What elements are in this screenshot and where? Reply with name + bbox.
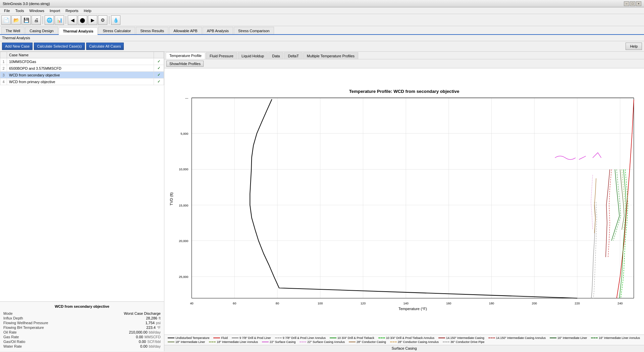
calculate-selected-button[interactable]: Calculate Selected Case(s) xyxy=(34,43,85,50)
legend-line-undisturbed xyxy=(168,338,174,338)
legend-line-14150 xyxy=(438,338,445,338)
close-button[interactable]: × xyxy=(636,1,641,6)
info-value-influx: 28,286 xyxy=(146,316,157,320)
tab-stress-calculator[interactable]: Stress Calculator xyxy=(98,27,135,34)
legend-line-fluid xyxy=(213,338,220,338)
menu-tools[interactable]: Tools xyxy=(13,8,27,13)
toolbar: 📄 📂 💾 🖨 🌐 📊 ◀ ⬤ ▶ ⚙ 💧 xyxy=(0,14,644,26)
table-row[interactable]: 4 WCD from primary objective ✓ xyxy=(0,78,164,85)
legend-label-36: 36" Conductor Drive Pipe xyxy=(450,340,484,344)
tab-multiple-profiles[interactable]: Multiple Temperature Profiles xyxy=(303,52,358,59)
toolbar-chart[interactable]: 📊 xyxy=(55,15,64,25)
menu-reports[interactable]: Reports xyxy=(63,8,81,13)
toolbar-save[interactable]: 💾 xyxy=(21,15,31,25)
check-4: ✓ xyxy=(154,78,164,85)
svg-text:140: 140 xyxy=(403,302,408,305)
menu-file[interactable]: File xyxy=(1,8,13,13)
info-unit-water: bbl/day xyxy=(149,344,161,348)
legend-label-16-ann: 16" Intermediate Liner Annulus xyxy=(599,336,640,340)
tab-deltat[interactable]: DeltaT xyxy=(284,52,302,59)
minimize-button[interactable]: – xyxy=(624,1,629,6)
toolbar-open[interactable]: 📂 xyxy=(11,15,21,25)
case-name-3: WCD from secondary objective xyxy=(7,72,154,78)
info-unit-oil: bbl/day xyxy=(149,330,161,334)
chart-plot-area: 40 60 80 100 120 140 160 180 200 220 240… xyxy=(169,97,634,311)
calculate-all-button[interactable]: Calculate All Cases xyxy=(86,43,124,50)
col-case-name: Case Name xyxy=(7,52,154,58)
legend-line-28 xyxy=(349,342,356,342)
menu-windows[interactable]: Windows xyxy=(26,8,47,13)
legend-label-22: 22" Surface Casing xyxy=(270,340,296,344)
tieback-line xyxy=(620,169,626,298)
maximize-button[interactable]: □ xyxy=(630,1,635,6)
svg-text:40: 40 xyxy=(190,302,193,305)
tab-fluid-pressure[interactable]: Fluid Pressure xyxy=(206,52,237,59)
legend-978-drill: 9 7/8" Drill & Prod Liner xyxy=(232,336,271,340)
info-label-mode: Mode xyxy=(3,311,13,315)
legend-label-undisturbed: Undisturbed Temperature xyxy=(175,336,209,340)
toolbar-new[interactable]: 📄 xyxy=(1,15,11,25)
legend-undisturbed: Undisturbed Temperature xyxy=(168,336,209,340)
info-label-fwp: Flowing Wellhead Pressure xyxy=(3,321,48,325)
info-row-oil: Oil Rate 210,000.00bbl/day xyxy=(3,330,161,335)
svg-text:TVD (ft): TVD (ft) xyxy=(169,192,173,206)
tab-the-well[interactable]: The Well xyxy=(1,27,24,34)
toolbar-back[interactable]: ◀ xyxy=(68,15,77,25)
info-label-oil: Oil Rate xyxy=(3,330,17,334)
legend-28-cc: 28" Conductor Casing xyxy=(349,340,386,344)
info-value-gas: 0.00 xyxy=(136,335,143,339)
toolbar-forward[interactable]: ▶ xyxy=(88,15,97,25)
tab-thermal-analysis[interactable]: Thermal Analysis xyxy=(59,27,98,35)
show-hide-profiles-button[interactable]: Show/Hide Profiles xyxy=(166,61,204,67)
tab-liquid-holdup[interactable]: Liquid Holdup xyxy=(238,52,268,59)
info-row-water: Water Rate 0.00bbl/day xyxy=(3,344,161,349)
table-row[interactable]: 2 6500BOPD and 3.575MMSCFD ✓ xyxy=(0,65,164,72)
info-value-oil: 210,000.00 xyxy=(129,330,147,334)
info-row-gor: Gas/Oil Ratio 0.00SCF/bbl xyxy=(3,339,161,344)
legend-line-978 xyxy=(232,338,238,338)
check-3: ✓ xyxy=(154,72,164,78)
separator-2 xyxy=(66,16,66,24)
tab-temperature-profile[interactable]: Temperature Profile xyxy=(166,52,205,59)
legend-line-22 xyxy=(262,342,269,342)
undisturbed-temp-line xyxy=(250,99,577,298)
chart-title: Temperature Profile: WCD from secondary … xyxy=(349,89,460,94)
toolbar-print[interactable]: 🖨 xyxy=(32,15,41,25)
tab-allowable-apb[interactable]: Allowable APB xyxy=(169,27,202,34)
info-value-gor: 0.00 xyxy=(139,340,146,344)
add-new-case-button[interactable]: Add New Case xyxy=(2,43,33,50)
check-2: ✓ xyxy=(154,65,164,72)
legend-label-978: 9 7/8" Drill & Prod Liner xyxy=(239,336,271,340)
tab-data[interactable]: Data xyxy=(268,52,283,59)
tab-stress-comparison[interactable]: Stress Comparison xyxy=(234,27,274,34)
info-unit-gas: MMSCFD xyxy=(145,335,161,339)
menu-help[interactable]: Help xyxy=(81,8,94,13)
legend-line-36 xyxy=(443,342,449,342)
menu-bar: File Tools Windows Import Reports Help xyxy=(0,7,644,14)
tab-stress-results[interactable]: Stress Results xyxy=(136,27,168,34)
col-check xyxy=(154,52,164,58)
legend-14150-ic: 14.150" Intermediate Casing xyxy=(438,336,484,340)
surface-casing-label: Surface Casing xyxy=(391,346,417,350)
toolbar-circle[interactable]: ⬤ xyxy=(78,15,87,25)
info-panel: WCD from secondary objective Mode Worst … xyxy=(0,301,164,351)
table-row-selected[interactable]: 3 WCD from secondary objective ✓ xyxy=(0,72,164,78)
case-name-4: WCD from primary objective xyxy=(7,78,154,85)
temperature-chart: Temperature Profile: WCD from secondary … xyxy=(168,70,641,335)
tab-casing-design[interactable]: Casing Design xyxy=(25,27,58,34)
help-button[interactable]: Help xyxy=(626,43,642,50)
tab-apb-analysis[interactable]: APB Analysis xyxy=(203,27,233,34)
info-label-gas: Gas Rate xyxy=(3,335,19,339)
surface-casing-footer: Surface Casing xyxy=(164,345,644,351)
legend-18-il: 18" Intermediate Liner xyxy=(168,340,205,344)
left-panel: Case Name 1 10MMSCFDGas ✓ 2 6500BOPD and… xyxy=(0,52,164,351)
toolbar-droplet[interactable]: 💧 xyxy=(111,15,120,25)
legend-line-1034-ann xyxy=(378,338,385,338)
legend-label-28-ann: 28" Conductor Casing Annulus xyxy=(398,340,439,344)
toolbar-globe[interactable]: 🌐 xyxy=(45,15,54,25)
toolbar-settings[interactable]: ⚙ xyxy=(98,15,107,25)
legend-22-sc: 22" Surface Casing xyxy=(262,340,296,344)
table-row[interactable]: 1 10MMSCFDGas ✓ xyxy=(0,58,164,65)
menu-import[interactable]: Import xyxy=(47,8,63,13)
il18-line xyxy=(620,169,624,230)
